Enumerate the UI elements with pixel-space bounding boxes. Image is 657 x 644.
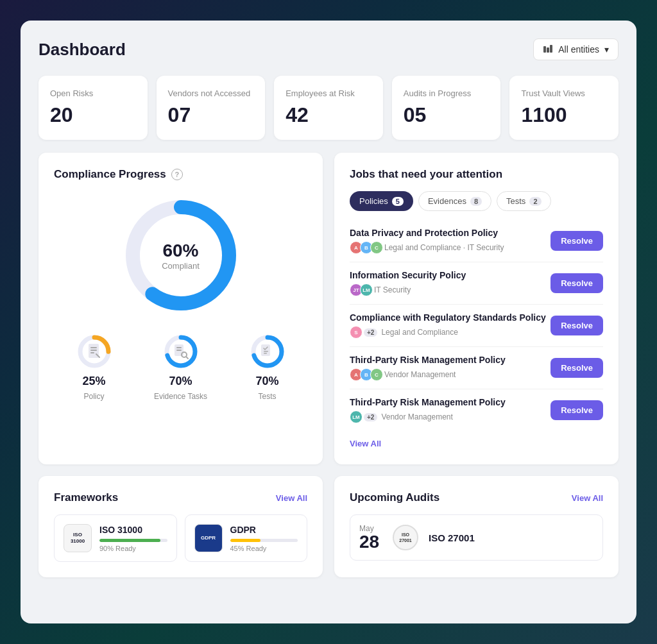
jobs-title: Jobs that need your attention <box>350 168 603 181</box>
policy-meta-info-security: JTLM IT Security <box>350 284 550 296</box>
policy-category-info-security: IT Security <box>374 285 411 294</box>
mini-metric-evidence-tasks: 70% Evidence Tasks <box>141 332 221 401</box>
audits-title: Upcoming Audits <box>350 491 439 504</box>
progress-fill-gdpr <box>230 539 260 542</box>
resolve-button-third-party-risk-2[interactable]: Resolve <box>550 400 603 420</box>
progress-fill-iso31000 <box>99 539 160 542</box>
svg-rect-15 <box>176 350 182 351</box>
compliance-title: Compliance Progress ? <box>54 168 307 181</box>
mini-metrics: 25% Policy 70% Evidence Tasks 70% Tests <box>54 332 307 401</box>
policy-info-third-party-risk-2: Third-Party Risk Management Policy LM +2… <box>350 397 550 423</box>
donut-percent: 60% <box>162 241 200 261</box>
policy-avatars-third-party-risk-1: ABC <box>350 368 380 381</box>
main-grid: Compliance Progress ? 60% Compliant <box>38 153 619 464</box>
mini-metric-value-policy: 25% <box>82 375 105 388</box>
avatar-info-security-1: LM <box>360 284 373 296</box>
entities-icon <box>543 44 553 55</box>
policy-info-info-security: Information Security Policy JTLM IT Secu… <box>350 270 550 296</box>
avatar-third-party-risk-2-0: LM <box>350 411 363 423</box>
audit-date-iso27001: May 28 <box>359 524 382 551</box>
policy-name-info-security: Information Security Policy <box>350 270 550 280</box>
metric-value-vendors-not-accessed: 07 <box>168 103 254 127</box>
view-all-audits-link[interactable]: View All <box>572 493 603 503</box>
policy-info-data-privacy: Data Privacy and Protection Policy ABC L… <box>350 228 550 254</box>
svg-rect-0 <box>543 46 546 53</box>
mini-metric-label-policy: Policy <box>83 392 104 401</box>
avatar-third-party-risk-1-2: C <box>370 368 383 381</box>
resolve-button-third-party-risk-1[interactable]: Resolve <box>550 358 603 378</box>
resolve-button-info-security[interactable]: Resolve <box>550 273 603 293</box>
framework-card-iso31000: ISO31000 ISO 31000 90% Ready <box>54 514 177 562</box>
tab-label-evidences: Evidences <box>428 196 466 206</box>
mini-metric-tests: 70% Tests <box>227 332 307 401</box>
metric-label-vendors-not-accessed: Vendors not Accessed <box>168 89 254 98</box>
jobs-tabs: Policies 5 Evidences 8 Tests 2 <box>350 191 603 211</box>
metric-card-vendors-not-accessed: Vendors not Accessed 07 <box>157 76 266 140</box>
progress-bar-iso31000 <box>99 539 167 542</box>
progress-label-gdpr: 45% Ready <box>230 545 298 552</box>
policy-avatars-info-security: JTLM <box>350 284 370 296</box>
help-icon[interactable]: ? <box>171 169 183 180</box>
tab-badge-tests: 2 <box>529 197 541 206</box>
metric-label-trust-vault-views: Trust Vault Views <box>521 89 607 98</box>
metric-value-audits-in-progress: 05 <box>404 103 490 127</box>
compliance-progress-card: Compliance Progress ? 60% Compliant <box>38 153 323 464</box>
policy-category-compliance-regulatory: Legal and Compliance <box>381 328 457 337</box>
chevron-down-icon: ▾ <box>604 44 609 55</box>
compliance-title-text: Compliance Progress <box>54 168 166 181</box>
svg-rect-2 <box>550 45 552 53</box>
entities-label: All entities <box>558 44 599 55</box>
audits-header: Upcoming Audits View All <box>350 491 603 504</box>
frameworks-grid: ISO31000 ISO 31000 90% Ready GDPR GDPR 4… <box>54 514 307 562</box>
policy-avatars-third-party-risk-2: LM <box>350 411 360 423</box>
progress-label-iso31000: 90% Ready <box>99 545 167 552</box>
view-all-frameworks-link[interactable]: View All <box>276 493 307 503</box>
audit-logo-iso27001: ISO27001 <box>393 525 418 550</box>
metric-value-trust-vault-views: 1100 <box>521 103 607 127</box>
tab-policies[interactable]: Policies 5 <box>350 191 413 211</box>
resolve-button-compliance-regulatory[interactable]: Resolve <box>550 316 603 335</box>
audits-list: May 28 ISO27001 ISO 27001 <box>350 514 603 561</box>
policy-name-data-privacy: Data Privacy and Protection Policy <box>350 228 550 238</box>
entities-button[interactable]: All entities ▾ <box>533 38 619 60</box>
jobs-title-text: Jobs that need your attention <box>350 168 502 181</box>
metric-card-audits-in-progress: Audits in Progress 05 <box>392 76 501 140</box>
tab-evidences[interactable]: Evidences 8 <box>418 191 491 211</box>
plus-badge-third-party-risk-2: +2 <box>364 413 377 421</box>
dashboard-container: Dashboard All entities ▾ Open Risks 20 V… <box>21 21 636 623</box>
framework-info-iso31000: ISO 31000 90% Ready <box>99 525 167 552</box>
policy-meta-third-party-risk-1: ABC Vendor Management <box>350 368 550 381</box>
framework-card-gdpr: GDPR GDPR 45% Ready <box>185 514 308 562</box>
avatar-data-privacy-2: C <box>370 241 383 254</box>
progress-bar-gdpr <box>230 539 298 542</box>
policy-info-compliance-regulatory: Compliance with Regulatory Standards Pol… <box>350 312 550 339</box>
policy-item-data-privacy: Data Privacy and Protection Policy ABC L… <box>350 220 603 262</box>
page-title: Dashboard <box>38 40 126 60</box>
policy-item-info-security: Information Security Policy JTLM IT Secu… <box>350 262 603 305</box>
framework-name-gdpr: GDPR <box>230 525 298 535</box>
metric-card-employees-at-risk: Employees at Risk 42 <box>274 76 383 140</box>
framework-logo-iso31000: ISO31000 <box>64 524 92 552</box>
framework-info-gdpr: GDPR 45% Ready <box>230 525 298 552</box>
resolve-button-data-privacy[interactable]: Resolve <box>550 231 603 251</box>
view-all-jobs-link[interactable]: View All <box>350 439 381 448</box>
policy-info-third-party-risk-1: Third-Party Risk Management Policy ABC V… <box>350 355 550 381</box>
tab-badge-evidences: 8 <box>470 197 482 206</box>
tab-badge-policies: 5 <box>392 197 404 206</box>
metric-value-employees-at-risk: 42 <box>286 103 371 127</box>
policy-item-third-party-risk-2: Third-Party Risk Management Policy LM +2… <box>350 389 603 431</box>
audit-name-iso27001: ISO 27001 <box>429 532 475 543</box>
donut-label: Compliant <box>162 261 200 271</box>
main-donut-wrapper: 60% Compliant <box>54 191 307 319</box>
policy-name-compliance-regulatory: Compliance with Regulatory Standards Pol… <box>350 312 550 323</box>
mini-donut-wrap-tests <box>248 332 287 371</box>
tab-tests[interactable]: Tests 2 <box>497 191 550 211</box>
frameworks-header: Frameworks View All <box>54 491 307 504</box>
policy-list: Data Privacy and Protection Policy ABC L… <box>350 220 603 431</box>
upcoming-audits-card: Upcoming Audits View All May 28 ISO27001… <box>334 476 619 577</box>
mini-donut-wrap-policy <box>75 332 114 371</box>
policy-name-third-party-risk-1: Third-Party Risk Management Policy <box>350 355 550 365</box>
mini-metric-value-evidence-tasks: 70% <box>169 375 192 388</box>
audit-item-iso27001: May 28 ISO27001 ISO 27001 <box>350 514 603 561</box>
audit-day-iso27001: 28 <box>359 533 382 551</box>
